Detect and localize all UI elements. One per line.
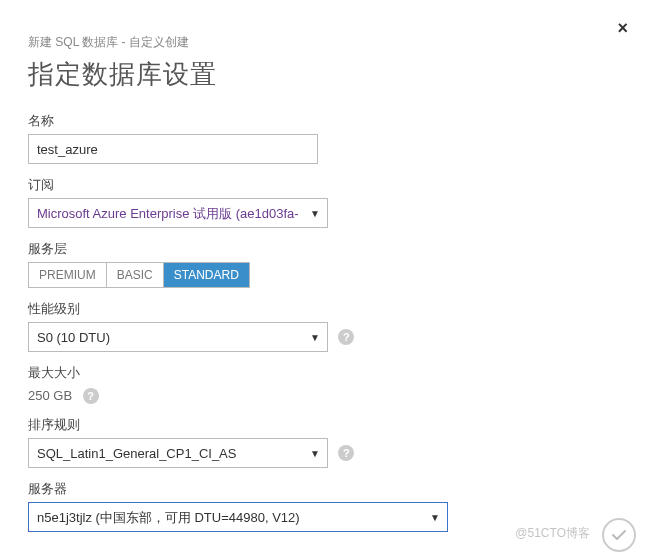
subscription-select[interactable]: Microsoft Azure Enterprise 试用版 (ae1d03fa… — [28, 198, 328, 228]
label-collation: 排序规则 — [28, 416, 624, 434]
help-icon[interactable]: ? — [83, 388, 99, 404]
breadcrumb: 新建 SQL 数据库 - 自定义创建 — [28, 34, 624, 51]
tier-toggle: PREMIUM BASIC STANDARD — [28, 262, 250, 288]
help-icon[interactable]: ? — [338, 445, 354, 461]
label-subscription: 订阅 — [28, 176, 624, 194]
server-select[interactable]: n5e1j3tjlz (中国东部，可用 DTU=44980, V12) — [28, 502, 448, 532]
tier-premium[interactable]: PREMIUM — [29, 263, 107, 287]
confirm-button[interactable] — [602, 518, 636, 552]
label-tier: 服务层 — [28, 240, 624, 258]
field-subscription: 订阅 Microsoft Azure Enterprise 试用版 (ae1d0… — [28, 176, 624, 228]
field-collation: 排序规则 SQL_Latin1_General_CP1_CI_AS ▼ ? — [28, 416, 624, 468]
tier-standard[interactable]: STANDARD — [164, 263, 249, 287]
label-maxsize: 最大大小 — [28, 364, 624, 382]
field-server: 服务器 n5e1j3tjlz (中国东部，可用 DTU=44980, V12) … — [28, 480, 624, 532]
field-performance: 性能级别 S0 (10 DTU) ▼ ? — [28, 300, 624, 352]
maxsize-value: 250 GB — [28, 388, 72, 403]
close-icon[interactable]: × — [617, 18, 628, 39]
collation-select[interactable]: SQL_Latin1_General_CP1_CI_AS — [28, 438, 328, 468]
label-name: 名称 — [28, 112, 624, 130]
field-name: 名称 — [28, 112, 624, 164]
label-performance: 性能级别 — [28, 300, 624, 318]
performance-select[interactable]: S0 (10 DTU) — [28, 322, 328, 352]
name-input[interactable] — [28, 134, 318, 164]
tier-basic[interactable]: BASIC — [107, 263, 164, 287]
field-maxsize: 最大大小 250 GB ? — [28, 364, 624, 404]
field-tier: 服务层 PREMIUM BASIC STANDARD — [28, 240, 624, 288]
page-title: 指定数据库设置 — [28, 57, 624, 92]
help-icon[interactable]: ? — [338, 329, 354, 345]
check-icon — [610, 526, 628, 544]
label-server: 服务器 — [28, 480, 624, 498]
